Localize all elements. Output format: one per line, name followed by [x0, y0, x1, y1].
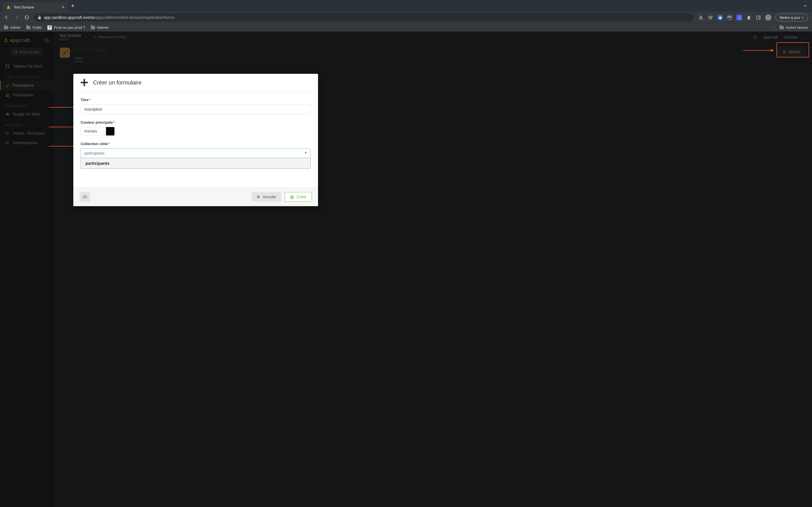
- share-icon[interactable]: [698, 15, 704, 20]
- create-button[interactable]: Créer: [285, 192, 312, 202]
- select-caret-icon[interactable]: ▼: [304, 151, 307, 154]
- bookmark-admin[interactable]: Admin: [4, 25, 20, 30]
- new-tab-button[interactable]: +: [69, 2, 77, 10]
- browser-tab[interactable]: Test Doriane ×: [3, 2, 68, 12]
- modal-title: Créer un formulaire: [93, 79, 142, 86]
- cancel-label: Annuler: [263, 194, 276, 199]
- svg-rect-2: [757, 16, 760, 19]
- close-icon: [257, 195, 260, 199]
- create-form-modal: Créer un formulaire Titre* Couleur princ…: [73, 74, 318, 206]
- collection-select[interactable]: [81, 149, 311, 158]
- extensions-icon[interactable]: [746, 15, 752, 20]
- tab-dropdown-icon[interactable]: [804, 5, 812, 7]
- collection-label: Collection cible*: [81, 142, 311, 146]
- code-view-button[interactable]: [80, 192, 90, 202]
- star-icon[interactable]: [708, 15, 713, 20]
- cancel-button[interactable]: Annuler: [252, 192, 282, 202]
- folder-icon: [779, 26, 784, 29]
- profile-avatar[interactable]: [765, 14, 771, 20]
- bookmarks-bar: Admin Outils ?Prod ou pas prod ? Ademe A…: [0, 23, 812, 32]
- ext1-icon[interactable]: ◉: [717, 15, 723, 20]
- couleur-label: Couleur principale*: [81, 120, 311, 124]
- reload-icon[interactable]: [24, 15, 29, 20]
- forward-icon[interactable]: [14, 15, 19, 20]
- titre-input[interactable]: [81, 105, 311, 114]
- url-path: /appcraft/event/test-doriane/registratio…: [95, 15, 174, 20]
- modal-plus-icon: [81, 79, 88, 86]
- save-icon: [290, 195, 294, 199]
- titre-label: Titre*: [81, 98, 311, 102]
- bookmark-prod[interactable]: ?Prod ou pas prod ?: [47, 25, 85, 30]
- address-bar[interactable]: app.sandbox.appcraft.events/appcraft/eve…: [34, 13, 694, 22]
- update-button[interactable]: Mettre à jour: [775, 13, 808, 21]
- ext3-icon[interactable]: :): [737, 15, 742, 20]
- tab-favicon-icon: [6, 5, 11, 9]
- tab-close-icon[interactable]: ×: [62, 5, 64, 9]
- bookmark-outils[interactable]: Outils: [26, 25, 42, 30]
- create-label: Créer: [297, 194, 306, 199]
- bookmark-ademe[interactable]: Ademe: [91, 25, 109, 30]
- folder-icon: [91, 26, 95, 29]
- couleur-input[interactable]: [81, 127, 106, 135]
- tab-bar: Test Doriane × +: [0, 0, 812, 12]
- dropdown-option-participants[interactable]: participants: [81, 158, 310, 168]
- help-icon: ?: [47, 25, 52, 30]
- panel-icon[interactable]: [756, 15, 761, 20]
- lock-icon: [38, 15, 41, 19]
- url-domain: app.sandbox.appcraft.events: [44, 15, 95, 20]
- bookmark-other[interactable]: Autres favoris: [779, 25, 808, 30]
- back-icon[interactable]: [4, 15, 9, 20]
- collection-dropdown: participants: [81, 158, 311, 169]
- update-button-label: Mettre à jour: [779, 15, 800, 20]
- couleur-swatch[interactable]: [106, 127, 114, 135]
- tab-title: Test Doriane: [13, 5, 59, 9]
- update-dot-icon: [802, 17, 803, 18]
- address-row: app.sandbox.appcraft.events/appcraft/eve…: [0, 12, 812, 23]
- folder-icon: [26, 26, 31, 29]
- folder-icon: [4, 26, 8, 29]
- svg-rect-0: [38, 17, 41, 19]
- ext2-icon[interactable]: 📷: [727, 15, 732, 20]
